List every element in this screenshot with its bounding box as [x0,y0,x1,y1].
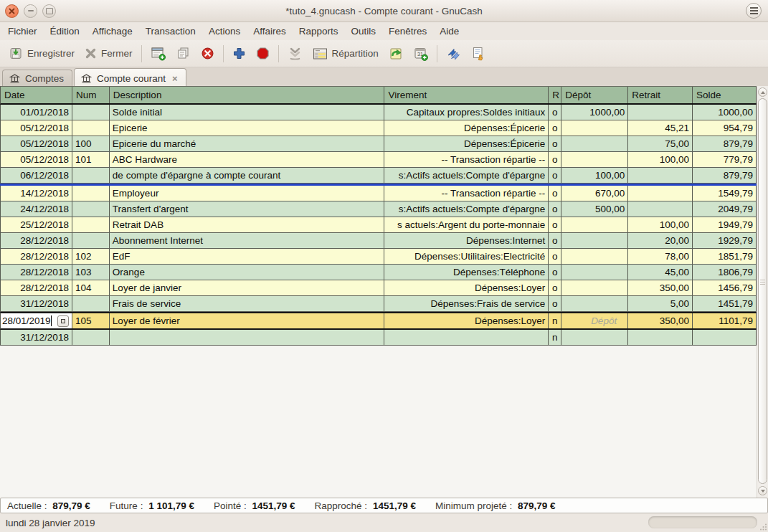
cell-description[interactable]: Frais de service [110,296,385,311]
date-picker-button[interactable] [57,315,69,327]
table-row[interactable]: 28/12/2018 103 Orange Dépenses:Téléphone… [0,265,757,280]
tab-close-icon[interactable] [172,75,178,82]
cell-depot[interactable] [561,249,628,264]
cell-solde[interactable]: 2049,79 [693,201,757,217]
cell-retrait[interactable]: 5,00 [628,296,693,311]
cell-date[interactable]: 28/12/2018 [1,280,72,295]
cell-retrait[interactable] [628,186,693,201]
schedule-button[interactable]: 31 [409,44,433,63]
cell-virement[interactable]: -- Transaction répartie -- [384,186,549,201]
cell-num[interactable] [72,186,110,201]
cell-description[interactable]: Retrait DAB [110,217,385,232]
blank-transaction-button[interactable] [283,44,308,62]
cell-date[interactable]: 14/12/2018 [1,186,72,201]
scroll-down-button[interactable] [758,486,767,495]
cell-reconciled[interactable]: n [549,313,561,328]
cell-depot[interactable] [561,136,628,151]
column-header[interactable]: Dépôt [561,87,628,103]
cell-virement[interactable]: Dépenses:Épicerie [384,136,549,151]
menu-item[interactable]: Outils [344,24,382,39]
cell-description[interactable]: Employeur [110,186,385,201]
table-row[interactable]: 14/12/2018 Employeur -- Transaction répa… [0,186,757,201]
cell-depot[interactable] [561,280,628,295]
cancel-transaction-button[interactable] [251,44,275,62]
column-header[interactable]: Num [72,87,110,103]
cell-depot[interactable] [561,152,628,167]
cell-retrait[interactable] [628,330,693,345]
table-row[interactable]: 31/12/2018 Frais de service Dépenses:Fra… [0,296,757,312]
cell-num[interactable] [72,120,110,136]
cell-depot[interactable] [561,330,628,345]
cell-solde[interactable]: 1456,79 [693,280,757,295]
table-row[interactable]: 05/12/2018 101 ABC Hardware -- Transacti… [0,152,757,168]
cell-num[interactable] [72,233,110,248]
scroll-up-button[interactable] [758,87,767,97]
cell-description[interactable]: de compte d'épargne à compte courant [110,168,385,183]
cell-description[interactable]: Epicerie du marché [110,136,385,151]
cell-solde[interactable]: 879,79 [693,168,757,183]
cell-num[interactable]: 105 [72,313,110,328]
cell-date[interactable]: 05/12/2018 [1,120,72,136]
cell-num[interactable] [72,168,110,183]
cell-num[interactable]: 103 [72,265,110,280]
table-row[interactable]: 06/12/2018 de compte d'épargne à compte … [0,168,757,184]
cell-num[interactable] [72,105,110,120]
column-header[interactable]: Retrait [628,87,693,103]
cell-date[interactable]: 28/12/2018 [1,265,72,280]
cell-virement[interactable]: Dépenses:Internet [384,233,549,248]
column-header[interactable]: Description [110,87,385,103]
cell-date[interactable]: 05/12/2018 [1,152,72,167]
cell-retrait[interactable]: 75,00 [628,136,693,151]
column-header[interactable]: Solde [693,87,757,103]
cell-reconciled[interactable]: o [549,120,561,136]
cell-date[interactable]: 05/12/2018 [1,136,72,151]
cell-virement[interactable]: s:Actifs actuels:Compte d'épargne [384,168,549,183]
cell-solde[interactable]: 1101,79 [693,313,757,328]
table-row[interactable]: 28/12/2018 102 EdF Dépenses:Utilitaires:… [0,249,757,265]
table-row[interactable]: 28/12/2018 104 Loyer de janvier Dépenses… [0,280,757,296]
cell-date[interactable]: 06/12/2018 [1,168,72,183]
cell-retrait[interactable]: 20,00 [628,233,693,248]
split-button[interactable]: Répartition [308,45,384,62]
select-account-button[interactable] [466,44,490,63]
cell-virement[interactable]: Dépenses:Épicerie [384,120,549,136]
cell-retrait[interactable] [628,201,693,217]
cell-retrait[interactable]: 100,00 [628,217,693,232]
tab-compte-courant[interactable]: Compte courant [74,68,186,87]
cell-depot[interactable] [561,296,628,311]
cell-reconciled[interactable]: o [549,296,561,311]
save-button[interactable]: Enregistrer [4,44,80,62]
cell-retrait[interactable]: 100,00 [628,152,693,167]
cell-solde[interactable]: 879,79 [693,136,757,151]
cell-reconciled[interactable]: o [549,280,561,295]
table-row[interactable]: 05/12/2018 100 Epicerie du marché Dépens… [0,136,757,152]
enter-transaction-button[interactable] [227,44,251,62]
cell-num[interactable] [72,201,110,217]
vertical-scrollbar[interactable] [757,86,768,498]
window-maximize-button[interactable] [42,4,56,18]
cell-reconciled[interactable]: o [549,217,561,232]
cell-depot[interactable] [561,233,628,248]
column-header[interactable]: Date [1,87,72,103]
table-row[interactable]: 28/01/2019 105 Loyer de février Dépenses… [0,312,757,330]
cell-retrait[interactable]: 45,21 [628,120,693,136]
cell-reconciled[interactable]: o [549,265,561,280]
cell-reconciled[interactable]: o [549,249,561,264]
cell-num[interactable]: 101 [72,152,110,167]
cell-description[interactable]: Epicerie [110,120,385,136]
delete-transaction-button[interactable] [196,44,219,62]
cell-date[interactable]: 25/12/2018 [1,217,72,232]
cell-description[interactable]: Orange [110,265,385,280]
cell-date[interactable]: 24/12/2018 [1,201,72,217]
cell-num[interactable]: 104 [72,280,110,295]
cell-retrait[interactable]: 350,00 [628,313,693,328]
menu-item[interactable]: Édition [44,24,86,39]
cell-solde[interactable]: 1929,79 [693,233,757,248]
table-row[interactable]: 25/12/2018 Retrait DAB s actuels:Argent … [0,217,757,233]
cell-description[interactable]: Loyer de janvier [110,280,385,295]
cell-depot[interactable]: 670,00 [561,186,628,201]
cell-retrait[interactable] [628,105,693,120]
cell-virement[interactable]: Capitaux propres:Soldes initiaux [384,105,549,120]
cell-description[interactable]: Transfert d'argent [110,201,385,217]
menu-item[interactable]: Aide [433,24,465,39]
